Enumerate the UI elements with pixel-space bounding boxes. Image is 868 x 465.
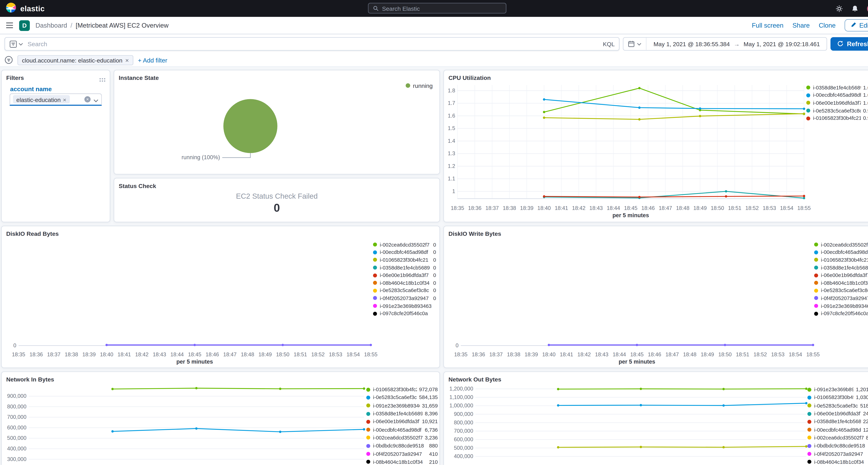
legend-item[interactable]: i-06e00e1b96dfda3f70 <box>814 271 868 279</box>
kql-syntax-button[interactable]: KQL <box>603 40 615 47</box>
legend-item[interactable]: i-08b4604c18b1c0f340 <box>373 279 436 287</box>
calendar-menu-button[interactable] <box>624 38 647 50</box>
chevron-down-icon[interactable] <box>93 94 98 104</box>
filter-set-menu-icon[interactable] <box>4 56 13 64</box>
legend-item[interactable]: i-00ecdbfc465ad98df0 <box>814 248 868 256</box>
legend-item[interactable]: i-06e00e1b96dfda3f71.617 <box>806 99 868 107</box>
legend-item[interactable]: i-0358d8e1fe4cb56890 <box>814 264 868 271</box>
settings-icon[interactable] <box>836 5 843 12</box>
user-avatar[interactable]: m <box>867 4 868 13</box>
series-color-dot <box>806 116 810 120</box>
remove-option-icon[interactable]: × <box>63 96 66 103</box>
svg-text:per 5 minutes: per 5 minutes <box>613 212 649 218</box>
edit-button[interactable]: Edit <box>844 19 868 31</box>
legend-item[interactable]: i-0e5283c5ca6ef3c8c0 <box>373 287 436 294</box>
legend-item[interactable]: i-06e00e1b96dfda3f724,685 <box>807 410 868 417</box>
legend-item[interactable]: i-08b4604c18b1c0f34210 <box>366 458 438 465</box>
legend-item[interactable]: i-091e23e369b89346331,659 <box>366 402 438 410</box>
legend-item[interactable]: i-002cea6dcd35502f78,779 <box>807 434 868 442</box>
start-date[interactable]: May 1, 2021 @ 18:36:55.384 <box>653 40 730 47</box>
menu-hamburger-icon[interactable] <box>5 22 13 29</box>
share-link[interactable]: Share <box>793 22 810 29</box>
legend-item[interactable]: i-08b4604c18b1c0f34196 <box>807 458 868 465</box>
series-color-dot <box>814 296 818 300</box>
series-color-dot <box>806 109 810 113</box>
filter-pill[interactable]: cloud.account.name: elastic-education × <box>18 55 133 65</box>
legend-item[interactable]: i-06e00e1b96dfda3f70 <box>373 271 436 279</box>
saved-query-menu-button[interactable] <box>9 40 23 48</box>
legend-item[interactable]: i-01065823f30b4fc...1,030,384 <box>807 394 868 401</box>
brand[interactable]: elastic <box>5 2 44 15</box>
cpu-utilization-chart[interactable]: 11.11.21.31.41.51.61.71.818:3518:3618:37… <box>444 70 868 222</box>
legend-item[interactable]: i-0f4f2052073a92947410 <box>366 450 438 458</box>
clone-link[interactable]: Clone <box>819 22 836 29</box>
legend-item[interactable]: i-0358d8e1fe4cb568922,498 <box>807 418 868 426</box>
legend-item[interactable]: i-0f4f2052073a92947208 <box>807 450 868 458</box>
kql-search-input[interactable]: Search KQL <box>4 37 620 51</box>
legend-item[interactable]: i-0f4f2052073a929470 <box>814 294 868 302</box>
legend-item[interactable]: i-00ecdbfc465ad98df12,176 <box>807 426 868 434</box>
series-color-dot <box>807 436 811 440</box>
legend-item[interactable]: i-01065823f30b4fc210 <box>814 256 868 264</box>
legend-item[interactable]: i-091e23e369b893463 <box>814 302 868 310</box>
legend-item[interactable]: i-097c8cfe20f546c0a <box>814 310 868 317</box>
full-screen-link[interactable]: Full screen <box>752 22 783 29</box>
legend-item[interactable]: i-0e5283c5ca6ef3c8c0 <box>814 287 868 294</box>
legend-item[interactable]: i-00ecdbfc465ad98df1.656 <box>806 92 868 99</box>
legend-item[interactable]: i-097c8cfe20f546c0a <box>373 310 436 317</box>
notifications-icon[interactable] <box>851 5 859 12</box>
legend-item[interactable]: i-08b4604c18b1c0f340 <box>814 279 868 287</box>
series-color-dot <box>814 311 818 315</box>
breadcrumb-dashboard-link[interactable]: Dashboard <box>35 22 67 29</box>
global-search-input[interactable]: Search Elastic <box>368 3 506 13</box>
legend-item[interactable]: i-06e00e1b96dfda3f710,921 <box>366 418 438 426</box>
series-color-dot <box>814 258 818 262</box>
remove-filter-icon[interactable]: × <box>125 57 129 63</box>
series-label: i-06e00e1b96dfda3f7 <box>380 273 431 278</box>
refresh-button[interactable]: Refresh <box>831 37 868 51</box>
legend-item[interactable]: i-0358d8e1fe4cb56891.615 <box>806 84 868 92</box>
svg-text:18:36: 18:36 <box>472 351 485 358</box>
legend-item[interactable]: i-0358d8e1fe4cb56898,396 <box>366 410 438 417</box>
legend-item[interactable]: i-091e23e369b893463 <box>373 302 436 310</box>
svg-text:18:49: 18:49 <box>693 205 707 211</box>
panel-options-icon[interactable] <box>99 74 106 84</box>
legend-item[interactable]: i-0e5283c5ca6ef3c8c584,135 <box>366 394 438 401</box>
clear-selection-icon[interactable]: × <box>84 96 91 102</box>
pie-slice-running[interactable] <box>223 99 277 153</box>
legend-item[interactable]: i-00ecdbfc465ad98df0 <box>373 248 436 256</box>
instance-state-pie-chart: running (100%) <box>114 70 439 174</box>
legend-item[interactable]: i-00ecdbfc465ad98df6,736 <box>366 426 438 434</box>
series-label: i-002cea6dcd35502f7 <box>373 435 423 440</box>
diskio-write-chart[interactable]: 018:3518:3618:3718:3818:3918:4018:4118:4… <box>444 226 868 368</box>
network-out-chart[interactable]: 400,000500,000600,000700,000800,000900,0… <box>444 372 868 465</box>
legend-item[interactable]: i-002cea6dcd35502f70 <box>373 241 436 248</box>
legend-item[interactable]: i-002cea6dcd35502f70 <box>814 241 868 248</box>
status-check-message: EC2 Status Check Failed <box>114 192 439 200</box>
elastic-logo-icon[interactable] <box>5 2 16 15</box>
kibana-dashboard-app: elastic Search Elastic m D Dashboard / [ <box>0 0 868 465</box>
instance-state-legend[interactable]: running <box>406 82 433 89</box>
series-color-dot <box>807 444 811 448</box>
panel-title: Network In Bytes <box>6 376 54 383</box>
legend-item[interactable]: i-0bdbdc9c88cde9518880 <box>366 442 438 450</box>
svg-text:400,000: 400,000 <box>454 453 473 459</box>
legend-item[interactable]: i-0f4f2052073a929470 <box>373 294 436 302</box>
legend-item[interactable]: i-0358d8e1fe4cb56890 <box>373 264 436 271</box>
end-date[interactable]: May 1, 2021 @ 19:02:18.461 <box>744 40 820 47</box>
legend-item[interactable]: i-01065823f30b4fc21972,078 <box>366 385 438 394</box>
svg-text:18:38: 18:38 <box>507 351 520 358</box>
account-name-combobox[interactable]: elastic-education × × <box>9 93 102 106</box>
diskio-read-legend: i-002cea6dcd35502f70i-00ecdbfc465ad98df0… <box>373 241 436 317</box>
legend-item[interactable]: i-01065823f30b4fc210.963 <box>806 115 868 122</box>
legend-item[interactable]: i-002cea6dcd35502f73,236 <box>366 434 438 442</box>
legend-item[interactable]: i-0e5283c5ca6ef3c8c0.934 <box>806 107 868 115</box>
space-badge[interactable]: D <box>19 20 30 31</box>
selected-option-tag[interactable]: elastic-education × <box>13 95 70 104</box>
legend-item[interactable]: i-091e23e369b893...1,201,252 <box>807 385 868 394</box>
add-filter-link[interactable]: + Add filter <box>138 57 167 63</box>
legend-item[interactable]: i-01065823f30b4fc210 <box>373 256 436 264</box>
legend-item[interactable]: i-0bdbdc9c88cde9518588 <box>807 442 868 450</box>
legend-item[interactable]: i-0e5283c5ca6ef3c8c518,768 <box>807 402 868 410</box>
series-value: 880 <box>429 443 438 448</box>
